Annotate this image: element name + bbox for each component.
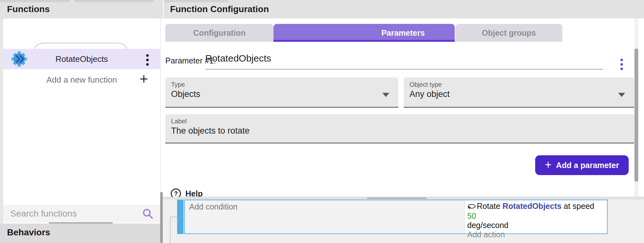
- parameter-type-select[interactable]: Type Objects: [165, 77, 398, 108]
- label-field-value: The objects to rotate: [171, 126, 250, 136]
- add-new-function-button[interactable]: Add a new function +: [3, 69, 160, 90]
- behaviors-section-label: Behaviors: [7, 227, 50, 238]
- function-configuration-panel: Configuration Parameters Object groups P…: [164, 18, 644, 197]
- event-drag-handle[interactable]: [177, 200, 183, 234]
- type-select-label: Type: [171, 81, 185, 88]
- add-action-link[interactable]: Add action: [467, 230, 604, 239]
- panel-divider: [160, 18, 161, 197]
- add-parameter-button[interactable]: + Add a parameter: [535, 155, 629, 175]
- tab-configuration-label: Configuration: [193, 28, 246, 38]
- behaviors-section-header[interactable]: Behaviors: [0, 224, 161, 243]
- window-tab-edge: [74, 0, 154, 2]
- action-object-name: RotatedObjects: [503, 202, 562, 210]
- parameter-name-input[interactable]: [205, 51, 603, 65]
- function-item-label: RotateObjects: [32, 54, 131, 64]
- window-tab-edge: [164, 0, 228, 2]
- event-conditions-area[interactable]: Add condition: [185, 200, 464, 233]
- function-list-item-rotateobjects[interactable]: RotateObjects: [3, 49, 160, 69]
- chevron-down-icon: [618, 93, 625, 97]
- tab-object-groups[interactable]: Object groups: [455, 24, 562, 42]
- action-verb: Rotate: [477, 202, 503, 210]
- add-parameter-label: Add a parameter: [556, 161, 619, 170]
- tab-parameters-label: Parameters: [381, 28, 425, 38]
- action-line-1[interactable]: Rotate RotatedObjects at speed 50: [467, 202, 604, 221]
- app-window: Functions Function Configuration Edit ex…: [0, 0, 644, 243]
- add-action-label: Add action: [467, 230, 505, 239]
- action-middle: at speed: [561, 202, 594, 210]
- parameter-label-field[interactable]: Label The objects to rotate: [165, 114, 634, 144]
- events-horizontal-scrollbar[interactable]: [367, 197, 427, 199]
- tab-configuration[interactable]: Configuration: [165, 24, 273, 42]
- functions-header-band: Functions: [0, 0, 163, 18]
- left-gutter: [0, 18, 3, 224]
- search-functions-input[interactable]: [10, 207, 141, 220]
- function-item-menu-kebab-icon[interactable]: [146, 54, 149, 66]
- object-type-select-label: Object type: [409, 81, 442, 88]
- add-function-label: Add a new function: [32, 75, 131, 85]
- rotate-icon: [467, 202, 476, 211]
- plus-icon: +: [545, 159, 551, 171]
- tab-object-groups-label: Object groups: [482, 28, 536, 38]
- event-actions-area[interactable]: Rotate RotatedObjects at speed 50 deg/se…: [464, 200, 607, 233]
- input-underline: [205, 69, 603, 70]
- selected-tab-indicator: [273, 40, 455, 42]
- window-tab-edge: [0, 0, 70, 2]
- function-gear-icon: [11, 51, 27, 67]
- function-configuration-header-band: Function Configuration: [164, 0, 644, 18]
- search-functions-box: [3, 205, 160, 223]
- functions-panel-title: Functions: [7, 4, 50, 14]
- object-type-select-value: Any object: [409, 89, 450, 99]
- action-speed-value: 50: [467, 211, 476, 220]
- parameter-menu-kebab-icon[interactable]: [620, 59, 623, 70]
- functions-panel: Edit extension options: [3, 18, 160, 205]
- plus-icon: +: [139, 71, 148, 86]
- add-condition-link[interactable]: Add condition: [189, 202, 238, 211]
- tab-parameters[interactable]: Parameters: [273, 24, 455, 42]
- events-editor-panel: Add condition Rotate RotatedObjects at s…: [161, 197, 644, 243]
- sub-event-indent-line: [170, 217, 177, 217]
- function-configuration-title: Function Configuration: [170, 4, 269, 14]
- search-icon[interactable]: [142, 208, 153, 219]
- chevron-down-icon: [382, 93, 389, 97]
- action-unit: deg/second: [467, 221, 508, 230]
- type-select-value: Objects: [171, 89, 200, 99]
- object-type-select[interactable]: Object type Any object: [404, 77, 634, 108]
- sub-event-indent-line: [170, 217, 170, 243]
- functions-panel-scrollbar[interactable]: [160, 192, 163, 243]
- selected-event-block: Add condition Rotate RotatedObjects at s…: [184, 200, 608, 234]
- label-field-label: Label: [171, 118, 187, 125]
- config-scrollbar[interactable]: [634, 48, 638, 182]
- action-line-2[interactable]: deg/second: [467, 221, 604, 230]
